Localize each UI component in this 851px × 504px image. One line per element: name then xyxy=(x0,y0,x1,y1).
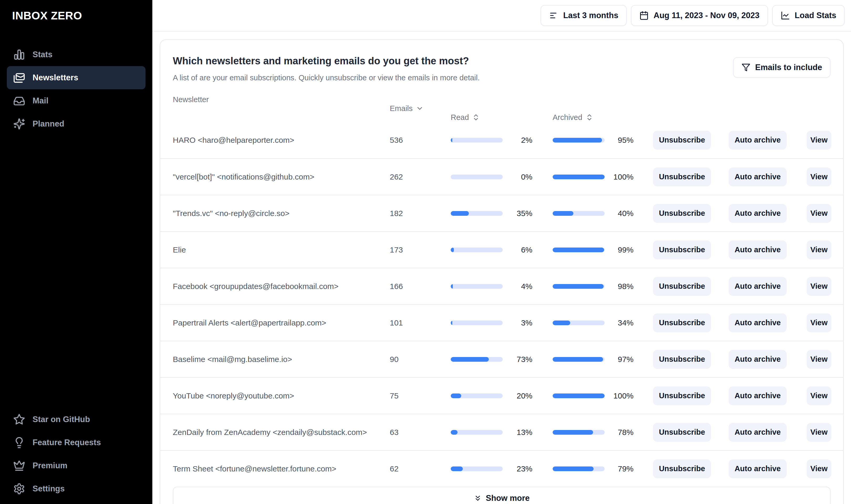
sidebar-item-stats[interactable]: Stats xyxy=(7,43,145,66)
auto-archive-button[interactable]: Auto archive xyxy=(729,313,787,332)
view-button[interactable]: View xyxy=(806,423,831,442)
emails-count: 63 xyxy=(390,428,451,437)
unsubscribe-button[interactable]: Unsubscribe xyxy=(653,386,711,405)
gear-icon xyxy=(13,483,25,495)
view-button[interactable]: View xyxy=(806,460,831,478)
sidebar-item-star-on-github[interactable]: Star on GitHub xyxy=(7,408,145,431)
app-logo: INBOX ZERO xyxy=(12,10,82,22)
archived-progress-fill xyxy=(553,211,573,216)
newsletter-name: Elie xyxy=(173,246,390,254)
unsubscribe-button[interactable]: Unsubscribe xyxy=(653,131,711,150)
column-header-label: Archived xyxy=(553,113,582,122)
line-chart-icon xyxy=(781,11,790,20)
read-progress-fill xyxy=(451,321,452,325)
emails-count: 536 xyxy=(390,136,451,145)
archived-progress-bar xyxy=(553,321,605,325)
read-progress-bar xyxy=(451,138,503,143)
read-progress-bar xyxy=(451,248,503,252)
auto-archive-button[interactable]: Auto archive xyxy=(729,167,787,186)
view-button[interactable]: View xyxy=(806,313,831,332)
auto-archive-button[interactable]: Auto archive xyxy=(729,423,787,442)
view-button[interactable]: View xyxy=(806,350,831,369)
table-row: Facebook <groupupdates@facebookmail.com>… xyxy=(160,268,843,304)
unsubscribe-button[interactable]: Unsubscribe xyxy=(653,277,711,296)
unsubscribe-button[interactable]: Unsubscribe xyxy=(653,313,711,332)
archived-progress-bar xyxy=(553,394,605,398)
read-progress-fill xyxy=(451,284,453,289)
period-select-button[interactable]: Last 3 months xyxy=(540,5,627,26)
column-header-label: Read xyxy=(451,113,469,122)
read-progress-bar xyxy=(451,211,503,216)
auto-archive-button[interactable]: Auto archive xyxy=(729,460,787,478)
filter-lines-icon xyxy=(549,11,559,20)
archived-progress-bar xyxy=(553,175,605,179)
column-header-read[interactable]: Read xyxy=(451,113,532,122)
sidebar-item-feature-requests[interactable]: Feature Requests xyxy=(7,431,145,454)
date-range-label: Aug 11, 2023 - Nov 09, 2023 xyxy=(654,11,759,20)
auto-archive-button[interactable]: Auto archive xyxy=(729,350,787,369)
auto-archive-button[interactable]: Auto archive xyxy=(729,277,787,296)
view-button[interactable]: View xyxy=(806,240,831,259)
show-more-button[interactable]: Show more xyxy=(173,487,831,504)
view-button[interactable]: View xyxy=(806,204,831,223)
view-button[interactable]: View xyxy=(806,386,831,405)
sidebar-item-label: Premium xyxy=(33,461,68,470)
panel-header-text: Which newsletters and marketing emails d… xyxy=(173,53,480,83)
newsletter-name: "vercel[bot]" <notifications@github.com> xyxy=(173,173,390,181)
auto-archive-button[interactable]: Auto archive xyxy=(729,131,787,150)
archived-percent: 95% xyxy=(605,136,634,145)
chevrons-down-icon xyxy=(474,494,482,502)
unsubscribe-button[interactable]: Unsubscribe xyxy=(653,423,711,442)
archived-progress-fill xyxy=(553,430,593,435)
sidebar-item-premium[interactable]: Premium xyxy=(7,454,145,477)
view-button[interactable]: View xyxy=(806,277,831,296)
auto-archive-button[interactable]: Auto archive xyxy=(729,386,787,405)
show-more-label: Show more xyxy=(486,493,530,503)
read-progress-bar xyxy=(451,357,503,362)
emails-to-include-button[interactable]: Emails to include xyxy=(733,57,831,78)
load-stats-button[interactable]: Load Stats xyxy=(772,5,845,26)
emails-count: 262 xyxy=(390,173,451,181)
archived-percent: 34% xyxy=(605,319,634,327)
unsubscribe-button[interactable]: Unsubscribe xyxy=(653,240,711,259)
sidebar-item-label: Newsletters xyxy=(33,73,78,83)
auto-archive-button[interactable]: Auto archive xyxy=(729,240,787,259)
read-percent: 6% xyxy=(503,246,532,254)
table-row: Term Sheet <fortune@newsletter.fortune.c… xyxy=(160,450,843,487)
table-row: YouTube <noreply@youtube.com> 75 20% 100… xyxy=(160,377,843,414)
newsletter-name: Baselime <mail@mg.baselime.io> xyxy=(173,355,390,364)
column-header-newsletter: Newsletter xyxy=(173,95,451,104)
archived-progress-bar xyxy=(553,211,605,216)
table-row: Baselime <mail@mg.baselime.io> 90 73% 97… xyxy=(160,341,843,377)
archived-progress-fill xyxy=(553,466,593,471)
archived-progress-fill xyxy=(553,284,604,289)
archived-progress-fill xyxy=(553,138,602,143)
read-progress-bar xyxy=(451,175,503,179)
topbar: Last 3 months Aug 11, 2023 - Nov 09, 202… xyxy=(152,0,851,32)
sidebar-item-mail[interactable]: Mail xyxy=(7,89,145,112)
read-progress-bar xyxy=(451,466,503,471)
archived-percent: 40% xyxy=(605,209,634,218)
sidebar-item-label: Stats xyxy=(33,50,53,59)
emails-count: 62 xyxy=(390,464,451,473)
auto-archive-button[interactable]: Auto archive xyxy=(729,204,787,223)
unsubscribe-button[interactable]: Unsubscribe xyxy=(653,204,711,223)
read-progress-bar xyxy=(451,394,503,398)
sidebar-item-newsletters[interactable]: Newsletters xyxy=(7,66,145,89)
column-header-archived[interactable]: Archived xyxy=(553,113,634,122)
newsletter-name: YouTube <noreply@youtube.com> xyxy=(173,391,390,400)
sidebar-item-planned[interactable]: Planned xyxy=(7,112,145,136)
unsubscribe-button[interactable]: Unsubscribe xyxy=(653,167,711,186)
column-header-emails[interactable]: Emails xyxy=(390,104,503,113)
date-range-button[interactable]: Aug 11, 2023 - Nov 09, 2023 xyxy=(631,5,768,26)
unsubscribe-button[interactable]: Unsubscribe xyxy=(653,350,711,369)
view-button[interactable]: View xyxy=(806,131,831,150)
view-button[interactable]: View xyxy=(806,167,831,186)
unsubscribe-button[interactable]: Unsubscribe xyxy=(653,460,711,478)
sidebar-item-settings[interactable]: Settings xyxy=(7,477,145,500)
read-progress-fill xyxy=(451,357,489,362)
archived-progress-fill xyxy=(553,357,603,362)
read-percent: 35% xyxy=(503,209,532,218)
emails-count: 182 xyxy=(390,209,451,218)
sparkles-icon xyxy=(13,118,25,130)
